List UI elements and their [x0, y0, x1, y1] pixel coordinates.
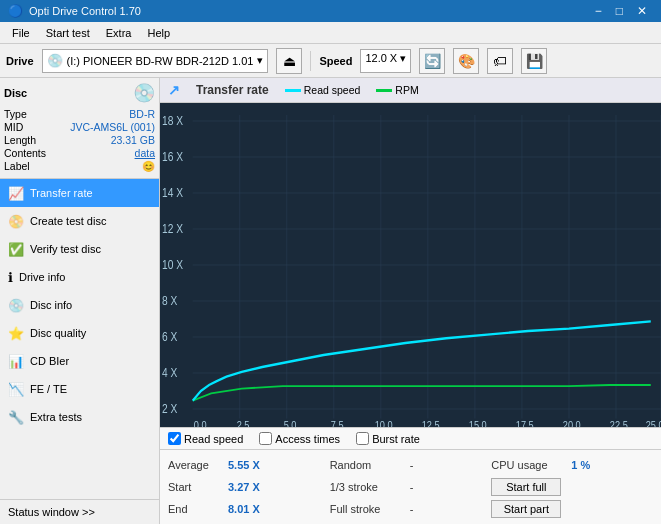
sidebar-item-extra-tests[interactable]: 🔧 Extra tests — [0, 403, 159, 431]
svg-text:8 X: 8 X — [162, 294, 178, 307]
sidebar-item-label-extra-tests: Extra tests — [30, 411, 82, 423]
stat-average-value: 5.55 X — [228, 459, 278, 471]
disc-type-row: Type BD-R — [4, 108, 155, 120]
stat-random-col: Random - — [330, 459, 492, 471]
content-area: ↗ Transfer rate Read speed RPM 18 X 16 X — [160, 78, 661, 524]
start-full-button[interactable]: Start full — [491, 478, 561, 496]
svg-text:25.0 GB: 25.0 GB — [646, 420, 661, 427]
drive-icon: 💿 — [47, 53, 63, 68]
checkbox-burst-rate[interactable]: Burst rate — [356, 432, 420, 445]
disc-quality-icon: ⭐ — [8, 326, 24, 341]
stat-stroke13-col: 1/3 stroke - — [330, 481, 492, 493]
refresh-button[interactable]: 🔄 — [419, 48, 445, 74]
menu-help[interactable]: Help — [139, 25, 178, 41]
sidebar-item-disc-info[interactable]: 💿 Disc info — [0, 291, 159, 319]
chart-header-icon: ↗ — [168, 82, 180, 98]
sidebar-item-drive-info[interactable]: ℹ Drive info — [0, 263, 159, 291]
sidebar-item-label-create-test-disc: Create test disc — [30, 215, 106, 227]
checkboxes-row: Read speed Access times Burst rate — [160, 427, 661, 450]
sidebar-item-transfer-rate[interactable]: 📈 Transfer rate — [0, 179, 159, 207]
disc-contents-label: Contents — [4, 147, 46, 159]
toolbar-separator — [310, 51, 311, 71]
legend-rpm-label: RPM — [395, 84, 418, 96]
drive-label: Drive — [6, 55, 34, 67]
burst-rate-checkbox-label: Burst rate — [372, 433, 420, 445]
transfer-rate-icon: 📈 — [8, 186, 24, 201]
read-speed-checkbox-label: Read speed — [184, 433, 243, 445]
stat-start-label: Start — [168, 481, 228, 493]
svg-text:0.0: 0.0 — [194, 420, 207, 427]
drive-selector[interactable]: 💿 (I:) PIONEER BD-RW BDR-212D 1.01 ▾ — [42, 49, 269, 73]
stat-cpu-label: CPU usage — [491, 459, 571, 471]
svg-text:10.0: 10.0 — [375, 420, 393, 427]
edit-button-2[interactable]: 🏷 — [487, 48, 513, 74]
stat-random-label: Random — [330, 459, 410, 471]
stat-cpu-col: CPU usage 1 % — [491, 459, 653, 471]
sidebar-item-label-drive-info: Drive info — [19, 271, 65, 283]
status-window-button[interactable]: Status window >> — [0, 499, 159, 524]
sidebar-item-create-test-disc[interactable]: 📀 Create test disc — [0, 207, 159, 235]
stats-row-1: Average 5.55 X Random - CPU usage 1 % — [168, 454, 653, 476]
save-button[interactable]: 💾 — [521, 48, 547, 74]
menu-start-test[interactable]: Start test — [38, 25, 98, 41]
access-times-checkbox[interactable] — [259, 432, 272, 445]
menubar: File Start test Extra Help — [0, 22, 661, 44]
sidebar-item-label-cd-bier: CD BIer — [30, 355, 69, 367]
sidebar-item-disc-quality[interactable]: ⭐ Disc quality — [0, 319, 159, 347]
stat-stroke13-label: 1/3 stroke — [330, 481, 410, 493]
stat-start-value: 3.27 X — [228, 481, 278, 493]
disc-length-value: 23.31 GB — [111, 134, 155, 146]
close-button[interactable]: ✕ — [631, 3, 653, 19]
titlebar-left: 🔵 Opti Drive Control 1.70 — [8, 4, 141, 18]
disc-section-icon: 💿 — [133, 82, 155, 104]
speed-selector[interactable]: 12.0 X ▾ — [360, 49, 411, 73]
titlebar: 🔵 Opti Drive Control 1.70 − □ ✕ — [0, 0, 661, 22]
svg-text:5.0: 5.0 — [284, 420, 297, 427]
checkbox-access-times[interactable]: Access times — [259, 432, 340, 445]
drive-info-icon: ℹ — [8, 270, 13, 285]
svg-text:15.0: 15.0 — [469, 420, 487, 427]
speed-value: 12.0 X ▾ — [365, 52, 406, 64]
sidebar-item-verify-test-disc[interactable]: ✅ Verify test disc — [0, 235, 159, 263]
sidebar-item-fe-te[interactable]: 📉 FE / TE — [0, 375, 159, 403]
disc-mid-row: MID JVC-AMS6L (001) — [4, 121, 155, 133]
stat-start-full-col: Start full — [491, 478, 653, 496]
disc-title: Disc — [4, 87, 27, 99]
read-speed-checkbox[interactable] — [168, 432, 181, 445]
disc-contents-value[interactable]: data — [135, 147, 155, 159]
sidebar: Disc 💿 Type BD-R MID JVC-AMS6L (001) Len… — [0, 78, 160, 524]
access-times-checkbox-label: Access times — [275, 433, 340, 445]
minimize-button[interactable]: − — [589, 3, 608, 19]
sidebar-item-label-verify-test-disc: Verify test disc — [30, 243, 101, 255]
disc-length-row: Length 23.31 GB — [4, 134, 155, 146]
sidebar-item-label-disc-quality: Disc quality — [30, 327, 86, 339]
svg-text:7.5: 7.5 — [331, 420, 344, 427]
stats-area: Average 5.55 X Random - CPU usage 1 % St… — [160, 450, 661, 524]
maximize-button[interactable]: □ — [610, 3, 629, 19]
legend-read-speed-color — [285, 89, 301, 92]
eject-button[interactable]: ⏏ — [276, 48, 302, 74]
legend-rpm-color — [376, 89, 392, 92]
burst-rate-checkbox[interactable] — [356, 432, 369, 445]
drive-dropdown-arrow: ▾ — [257, 54, 263, 67]
stat-start-part-col: Start part — [491, 500, 653, 518]
verify-test-disc-icon: ✅ — [8, 242, 24, 257]
menu-extra[interactable]: Extra — [98, 25, 140, 41]
chart-header: ↗ Transfer rate Read speed RPM — [160, 78, 661, 103]
checkbox-read-speed[interactable]: Read speed — [168, 432, 243, 445]
edit-button-1[interactable]: 🎨 — [453, 48, 479, 74]
svg-text:18 X: 18 X — [162, 114, 184, 127]
sidebar-item-cd-bier[interactable]: 📊 CD BIer — [0, 347, 159, 375]
stat-start-col: Start 3.27 X — [168, 481, 330, 493]
svg-text:10 X: 10 X — [162, 258, 184, 271]
stat-average-col: Average 5.55 X — [168, 459, 330, 471]
disc-section: Disc 💿 Type BD-R MID JVC-AMS6L (001) Len… — [0, 78, 159, 179]
cd-bier-icon: 📊 — [8, 354, 24, 369]
chart-title: Transfer rate — [196, 83, 269, 97]
titlebar-controls: − □ ✕ — [589, 3, 653, 19]
start-part-button[interactable]: Start part — [491, 500, 561, 518]
svg-text:16 X: 16 X — [162, 150, 184, 163]
main-layout: Disc 💿 Type BD-R MID JVC-AMS6L (001) Len… — [0, 78, 661, 524]
menu-file[interactable]: File — [4, 25, 38, 41]
svg-text:22.5: 22.5 — [610, 420, 628, 427]
